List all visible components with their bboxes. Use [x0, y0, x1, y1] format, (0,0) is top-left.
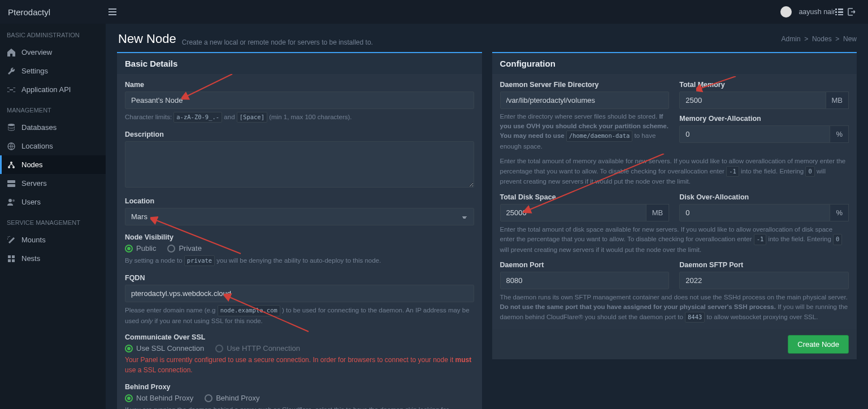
- memover-label: Memory Over-Allocation: [679, 115, 849, 123]
- sidebar-item-servers[interactable]: Servers: [0, 174, 106, 193]
- sidebar-label: Users: [21, 198, 41, 206]
- sidebar-item-nests[interactable]: Nests: [0, 249, 106, 268]
- svg-point-4: [12, 166, 15, 168]
- proxy-none-radio[interactable]: Not Behind Proxy: [125, 394, 193, 402]
- create-node-button[interactable]: Create Node: [788, 335, 849, 354]
- ssl-warning: Your Panel is currently configured to us…: [125, 355, 474, 375]
- radio-dot-icon: [125, 394, 133, 402]
- sidebar-item-nodes[interactable]: Nodes: [0, 155, 106, 174]
- logout-button[interactable]: [848, 8, 860, 16]
- exit-admin-button[interactable]: [835, 8, 848, 15]
- memover-unit: %: [830, 125, 849, 143]
- brand: Pterodactyl: [8, 7, 104, 17]
- proxy-help: If you are running the daemon behind a p…: [125, 405, 474, 409]
- daemon-port-input[interactable]: [500, 272, 670, 289]
- memory-label: Total Memory: [679, 81, 849, 89]
- svg-rect-6: [7, 184, 15, 187]
- top-bar: Pterodactyl aayush nair: [0, 0, 868, 24]
- description-label: Description: [125, 130, 474, 138]
- port-help: The daemon runs its own SFTP management …: [500, 293, 849, 323]
- sidebar-label: Settings: [21, 67, 48, 75]
- sidebar: BASIC ADMINISTRATION Overview Settings A…: [0, 24, 106, 409]
- breadcrumb-current: New: [843, 35, 857, 43]
- fqdn-input[interactable]: [125, 285, 474, 302]
- user-name-label: aayush nair: [798, 8, 835, 16]
- radio-dot-icon: [125, 345, 133, 353]
- visibility-public-radio[interactable]: Public: [125, 244, 156, 253]
- description-input[interactable]: [125, 141, 474, 188]
- memory-input[interactable]: [679, 92, 826, 109]
- panel-footer: Create Node: [492, 329, 857, 359]
- link-icon: [7, 88, 16, 92]
- user-menu[interactable]: aayush nair: [780, 6, 835, 18]
- memover-input[interactable]: [679, 125, 830, 143]
- side-header-basic: BASIC ADMINISTRATION: [0, 24, 106, 43]
- svg-point-7: [8, 199, 12, 202]
- hamburger-icon: [108, 8, 116, 15]
- radio-dot-icon: [167, 245, 175, 253]
- page-subtitle: Create a new local or remote node for se…: [182, 38, 373, 46]
- dir-help: Enter the directory where server files s…: [500, 112, 670, 151]
- diskover-input[interactable]: [679, 204, 830, 221]
- sftp-port-label: Daemon SFTP Port: [679, 261, 849, 269]
- svg-rect-11: [8, 259, 11, 262]
- sidebar-label: Mounts: [21, 236, 46, 244]
- sidebar-item-api[interactable]: Application API: [0, 80, 106, 99]
- location-select[interactable]: Mars: [125, 208, 474, 225]
- avatar: [780, 6, 792, 18]
- sidebar-label: Locations: [21, 142, 53, 150]
- memory-help: Enter the total amount of memory availab…: [500, 156, 849, 186]
- panel-header: Basic Details: [117, 53, 482, 74]
- sidebar-item-locations[interactable]: Locations: [0, 137, 106, 155]
- basic-details-panel: Basic Details Name Character limits: a-z…: [117, 52, 482, 409]
- sidebar-label: Application API: [21, 85, 71, 94]
- radio-dot-icon: [205, 394, 212, 402]
- svg-point-2: [10, 162, 12, 164]
- ssl-http-radio[interactable]: Use HTTP Connection: [215, 344, 300, 353]
- breadcrumb-nodes[interactable]: Nodes: [812, 35, 832, 43]
- breadcrumb-admin[interactable]: Admin: [782, 35, 801, 43]
- sidebar-item-mounts[interactable]: Mounts: [0, 230, 106, 249]
- side-header-management: MANAGEMENT: [0, 99, 106, 118]
- magic-icon: [7, 236, 16, 244]
- sidebar-label: Servers: [21, 179, 47, 188]
- fqdn-help: Please enter domain name (e.g node.examp…: [125, 305, 474, 325]
- sidebar-item-databases[interactable]: Databases: [0, 118, 106, 137]
- sidebar-item-settings[interactable]: Settings: [0, 62, 106, 80]
- side-header-service: SERVICE MANAGEMENT: [0, 211, 106, 230]
- sidebar-label: Nodes: [21, 160, 43, 169]
- proxy-behind-radio[interactable]: Behind Proxy: [205, 394, 259, 402]
- visibility-private-radio[interactable]: Private: [167, 244, 201, 253]
- memory-unit: MB: [826, 92, 849, 109]
- disk-unit: MB: [646, 204, 670, 221]
- nodes-icon: [7, 161, 16, 169]
- database-icon: [7, 124, 16, 132]
- name-input[interactable]: [125, 92, 474, 109]
- sidebar-item-overview[interactable]: Overview: [0, 43, 106, 62]
- sidebar-item-users[interactable]: Users: [0, 193, 106, 211]
- svg-point-8: [12, 199, 15, 202]
- diskover-unit: %: [830, 204, 849, 221]
- proxy-label: Behind Proxy: [125, 383, 474, 391]
- list-icon: [835, 8, 843, 15]
- visibility-label: Node Visibility: [125, 233, 474, 241]
- daemon-port-label: Daemon Port: [500, 261, 670, 269]
- ssl-label: Communicate Over SSL: [125, 333, 474, 341]
- wrench-icon: [7, 67, 16, 75]
- page-title: New Node: [118, 32, 176, 46]
- sidebar-label: Databases: [21, 123, 57, 132]
- disk-input[interactable]: [500, 204, 646, 221]
- page-header: New Node Create a new local or remote no…: [106, 24, 868, 52]
- ssl-use-radio[interactable]: Use SSL Connection: [125, 344, 204, 353]
- sftp-port-input[interactable]: [679, 272, 849, 289]
- sidebar-label: Overview: [21, 48, 52, 56]
- fqdn-label: FQDN: [125, 274, 474, 282]
- svg-point-3: [8, 166, 10, 168]
- sidebar-toggle[interactable]: [104, 6, 121, 18]
- server-icon: [7, 180, 16, 187]
- radio-dot-icon: [215, 345, 223, 353]
- disk-help: Enter the total amount of disk space ava…: [500, 225, 849, 255]
- dir-input[interactable]: [500, 92, 670, 109]
- name-label: Name: [125, 81, 474, 89]
- svg-point-0: [8, 124, 15, 126]
